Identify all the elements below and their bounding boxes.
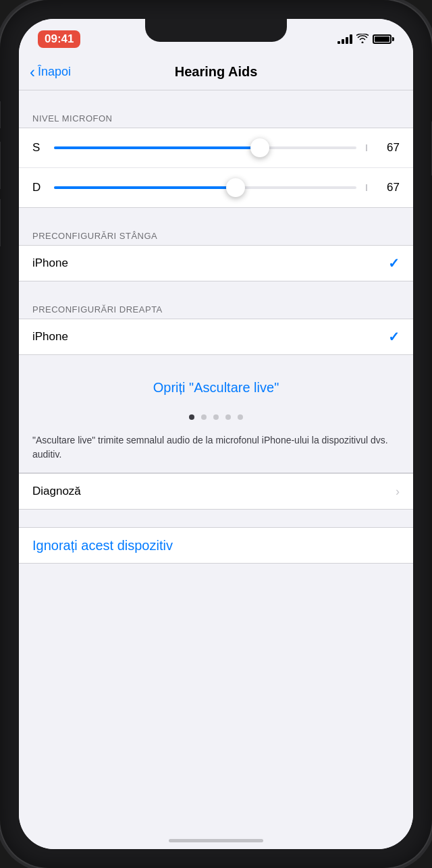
slider-d-row: D 67 [19, 168, 413, 207]
slider-s-fill [54, 146, 260, 149]
description-text: "Ascultare live" trimite semnalul audio … [32, 433, 400, 462]
right-presets-section: PRECONFIGURĂRI DREAPTA iPhone ✓ [19, 294, 413, 355]
signal-icon [338, 34, 352, 44]
ignore-item[interactable]: Ignorați acest dispozitiv [19, 528, 413, 563]
diagnose-chevron-icon: › [396, 485, 400, 499]
right-presets-card: iPhone ✓ [19, 319, 413, 355]
slider-d-label: D [32, 181, 45, 194]
slider-d-track [54, 186, 356, 189]
microphone-sliders-card: S 67 D [19, 128, 413, 208]
slider-s-container[interactable] [54, 138, 356, 158]
volume-up-button [0, 142, 1, 189]
left-preset-iphone-label: iPhone [32, 256, 388, 270]
right-preset-checkmark-icon: ✓ [388, 329, 400, 345]
content-area: NIVEL MICROFON S 67 [19, 90, 413, 849]
back-button[interactable]: ‹ Înapoi [30, 63, 71, 82]
page-dots [19, 408, 413, 427]
slider-d-value: 67 [381, 181, 400, 194]
volume-down-button [0, 199, 1, 246]
spacer-3 [19, 355, 413, 367]
phone-screen: 09:41 [19, 19, 413, 849]
microphone-section: NIVEL MICROFON S 67 [19, 103, 413, 208]
microphone-section-header: NIVEL MICROFON [19, 103, 413, 128]
slider-d-container[interactable] [54, 178, 356, 198]
dot-2 [201, 414, 207, 420]
status-icons [338, 34, 394, 45]
nav-bar: ‹ Înapoi Hearing Aids [19, 54, 413, 90]
slider-d-thumb[interactable] [226, 178, 245, 197]
slider-s-row: S 67 [19, 128, 413, 168]
spacer-5 [19, 522, 413, 527]
page-title: Hearing Aids [175, 64, 258, 80]
ignore-card: Ignorați acest dispozitiv [19, 527, 413, 564]
chevron-left-icon: ‹ [30, 63, 35, 82]
dot-4 [225, 414, 231, 420]
slider-s-track [54, 146, 356, 149]
battery-icon [373, 34, 394, 44]
left-presets-card: iPhone ✓ [19, 245, 413, 281]
slider-d-tick [366, 184, 367, 191]
diagnose-item[interactable]: Diagnoză › [19, 474, 413, 509]
left-presets-section: PRECONFIGURĂRI STÂNGA iPhone ✓ [19, 220, 413, 281]
spacer-bottom [19, 564, 413, 604]
back-label[interactable]: Înapoi [38, 65, 71, 79]
slider-d-fill [54, 186, 236, 189]
status-time: 09:41 [38, 30, 80, 48]
right-preset-iphone[interactable]: iPhone ✓ [19, 319, 413, 354]
slider-s-label: S [32, 141, 45, 155]
stop-live-listen-button[interactable]: Opriți "Ascultare live" [19, 367, 413, 408]
left-presets-header: PRECONFIGURĂRI STÂNGA [19, 220, 413, 245]
slider-s-thumb[interactable] [250, 138, 269, 157]
mute-button [0, 101, 1, 128]
wifi-icon [356, 34, 369, 45]
spacer-top [19, 90, 413, 103]
phone-frame: 09:41 [0, 0, 432, 868]
right-presets-header: PRECONFIGURĂRI DREAPTA [19, 294, 413, 319]
spacer-2 [19, 281, 413, 294]
dot-5 [238, 414, 243, 420]
notch [145, 19, 287, 42]
spacer-4 [19, 510, 413, 522]
spacer-1 [19, 208, 413, 220]
ignore-label[interactable]: Ignorați acest dispozitiv [32, 538, 173, 553]
dot-3 [213, 414, 219, 420]
dot-1 [189, 414, 194, 420]
left-preset-checkmark-icon: ✓ [388, 255, 400, 271]
right-preset-iphone-label: iPhone [32, 330, 388, 344]
description-section: "Ascultare live" trimite semnalul audio … [19, 427, 413, 472]
diagnose-card: Diagnoză › [19, 473, 413, 510]
diagnose-label: Diagnoză [32, 485, 396, 498]
home-indicator [169, 839, 263, 842]
slider-s-value: 67 [381, 141, 400, 155]
left-preset-iphone[interactable]: iPhone ✓ [19, 246, 413, 281]
slider-s-tick [366, 144, 367, 151]
stop-live-listen-label: Opriți "Ascultare live" [153, 380, 279, 396]
